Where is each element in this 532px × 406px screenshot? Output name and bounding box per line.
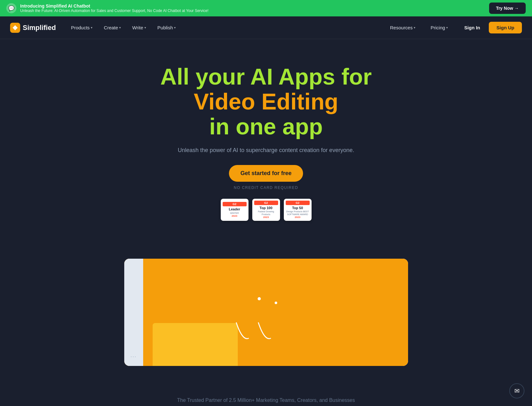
face-dot-right [275, 302, 277, 304]
announcement-content: 💬 Introducing Simplified AI Chatbot Unle… [6, 3, 208, 13]
face-dot-left [258, 297, 261, 300]
badge-sub-2: Fastest Growing Products [254, 210, 278, 216]
nav-item-write[interactable]: Write ▾ [127, 22, 151, 33]
nav-item-create[interactable]: Create ▾ [99, 22, 126, 33]
nav-links-left: Products ▾ Create ▾ Write ▾ Publish ▾ [66, 22, 385, 33]
badge-sub-3: Design Products BEST SOFTWARE AWARD [286, 210, 310, 216]
announcement-bar: 💬 Introducing Simplified AI Chatbot Unle… [0, 0, 532, 16]
badge-year-2: 2023 [263, 216, 269, 219]
hero-subtitle: Unleash the power of AI to supercharge c… [13, 147, 519, 154]
hero-line2: Video Editing [194, 89, 338, 114]
logo-link[interactable]: Simplified [10, 23, 56, 33]
badge-g2-label: G2 [223, 202, 247, 206]
chevron-down-icon: ▾ [144, 26, 146, 29]
navbar: Simplified Products ▾ Create ▾ Write ▾ P… [0, 16, 532, 39]
nav-links-right: Resources ▾ Pricing ▾ Sign In Sign Up [385, 22, 522, 33]
chevron-down-icon: ▾ [414, 26, 415, 29]
video-frame[interactable]: ··· [124, 259, 408, 366]
announcement-text: Introducing Simplified AI Chatbot Unleas… [20, 3, 208, 13]
announcement-title: Introducing Simplified AI Chatbot [20, 3, 208, 9]
signin-button[interactable]: Sign In [458, 22, 486, 33]
chat-widget-button[interactable]: ✉ [509, 383, 524, 398]
no-credit-label: NO CREDIT CARD REQUIRED [13, 185, 519, 190]
hero-line1: All your AI Apps for [160, 64, 372, 89]
hero-heading: All your AI Apps for Video Editing in on… [13, 64, 519, 139]
nav-item-publish[interactable]: Publish ▾ [152, 22, 181, 33]
announcement-subtitle: Unleash the Future: AI-Driven Automation… [20, 9, 208, 13]
badge-leader: G2 Leader WINTER 2023 [221, 199, 248, 221]
hero-section: All your AI Apps for Video Editing in on… [0, 39, 532, 259]
logo-icon [10, 23, 20, 33]
chevron-down-icon: ▾ [91, 26, 92, 29]
chevron-down-icon: ▾ [174, 26, 176, 29]
badge-top50: G2 Top 50 Design Products BEST SOFTWARE … [284, 199, 312, 221]
nav-item-products[interactable]: Products ▾ [66, 22, 97, 33]
chevron-down-icon: ▾ [446, 26, 448, 29]
badge-g2-label-2: G2 [254, 201, 278, 205]
nav-item-pricing[interactable]: Pricing ▾ [425, 22, 453, 33]
badge-title-2: Top 100 [260, 206, 272, 210]
badge-year-3: 2023 [295, 216, 301, 219]
video-dots: ··· [131, 354, 137, 360]
video-left-panel: ··· [124, 259, 143, 366]
logo-text: Simplified [23, 24, 56, 32]
badge-year-1: 2023 [232, 215, 237, 217]
trusted-text: The Trusted Partner of 2.5 Million+ Mark… [6, 397, 526, 403]
video-inner: ··· [124, 259, 408, 366]
smile-svg [224, 319, 287, 344]
badge-title-1: Leader [229, 207, 240, 211]
badge-title-3: Top 50 [292, 206, 303, 210]
chat-icon: ✉ [514, 387, 520, 395]
try-now-button[interactable]: Try Now → [489, 3, 526, 14]
badge-top100: G2 Top 100 Fastest Growing Products 2023 [252, 199, 280, 221]
nav-item-resources[interactable]: Resources ▾ [385, 22, 421, 33]
badge-sub-1: WINTER [230, 212, 239, 215]
trusted-bar: The Trusted Partner of 2.5 Million+ Mark… [0, 385, 532, 406]
chevron-down-icon: ▾ [119, 26, 121, 29]
signup-button[interactable]: Sign Up [489, 22, 522, 33]
hero-line3: in one app [209, 114, 323, 139]
badges-container: G2 Leader WINTER 2023 G2 Top 100 Fastest… [13, 199, 519, 221]
video-demo-container: ··· [0, 259, 532, 366]
badge-g2-label-3: G2 [286, 201, 310, 205]
chatbot-icon: 💬 [6, 3, 16, 13]
get-started-button[interactable]: Get started for free [229, 165, 303, 182]
hero-cta-group: Get started for free NO CREDIT CARD REQU… [13, 165, 519, 190]
